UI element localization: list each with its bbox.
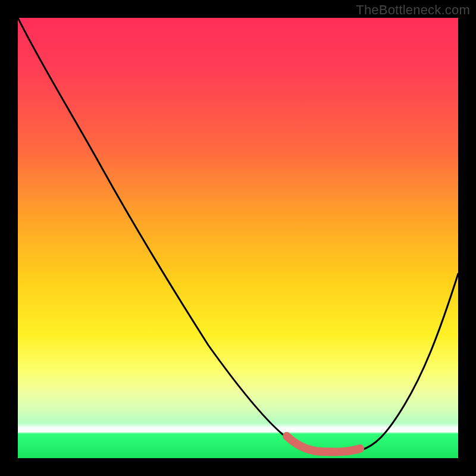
curve-layer — [18, 18, 458, 458]
plot-area — [18, 18, 458, 458]
bottleneck-curve — [18, 18, 458, 452]
chart-frame: TheBottleneck.com — [0, 0, 476, 476]
highlight-segment — [287, 436, 360, 452]
watermark-text: TheBottleneck.com — [356, 2, 470, 18]
